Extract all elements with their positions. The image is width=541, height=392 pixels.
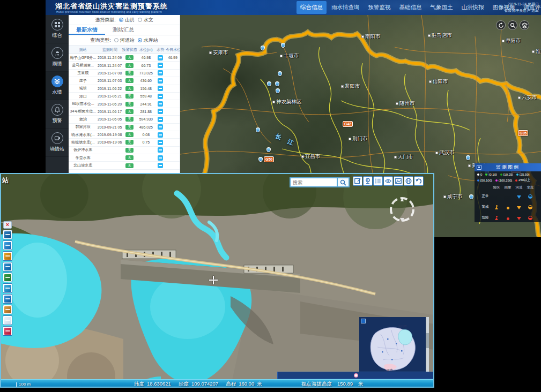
table-row[interactable]: 响水滩水库(...2019-09-19 08无0.08 [69, 131, 180, 139]
undo-button[interactable] [414, 176, 424, 186]
longitude-label: 经度 [179, 381, 189, 388]
sidebar-item-5[interactable]: 墒情站 [46, 129, 69, 157]
trend-steady-icon [158, 163, 163, 168]
table-row[interactable]: 学堂水库无 [69, 154, 180, 162]
type-filter-option-1[interactable]: 山洪 [119, 17, 135, 24]
nav-tab-1[interactable]: 综合信息 [297, 1, 327, 14]
legend-row-label: 危险 [480, 212, 491, 223]
city-marker-icon [272, 101, 275, 103]
query-filter-option-1[interactable]: 河道站 [114, 37, 135, 44]
minimap-scrollbar[interactable] [426, 317, 429, 376]
panel-tab-1[interactable]: 最新水情 [69, 25, 105, 35]
rain-scale-item: 250以上 [515, 178, 530, 183]
cell-station: 梅子山GPS分... [69, 55, 98, 61]
waves-tool[interactable] [3, 262, 12, 272]
splash-tool[interactable] [3, 283, 12, 293]
legend-collapse-icon[interactable] [477, 165, 481, 170]
table-row[interactable]: 34号断面水位...2019-11-06 17无281.88 [69, 108, 180, 116]
table-row[interactable]: 玉皇观2019-11-07 08无773.025 [69, 70, 180, 77]
close-icon[interactable]: × [3, 221, 12, 229]
annotate-button[interactable] [353, 176, 362, 186]
cell-today: 46.99 [166, 56, 180, 59]
type-filter-option-2[interactable]: 水文 [138, 17, 153, 24]
snapshot-button[interactable] [394, 176, 403, 186]
spiral-tool[interactable] [3, 273, 12, 282]
dam-tool[interactable] [3, 230, 12, 239]
city-label: 十堰市 [280, 52, 299, 59]
nav-tab-4[interactable]: 基础信息 [396, 1, 426, 14]
header-datetime: 2019-11-24 星期日 [504, 1, 539, 7]
overview-minimap[interactable]: 海口市三亚市 [359, 317, 426, 376]
cell-status: 无 [122, 78, 137, 83]
list-button[interactable] [373, 176, 383, 186]
cell-time: 2019-11-06 22 [98, 87, 122, 91]
city-marker-icon [532, 50, 535, 53]
query-filter-radio [138, 38, 142, 42]
layers-button[interactable] [520, 20, 529, 30]
query-filter-option-2[interactable]: 水库站 [138, 37, 158, 44]
chart-tool[interactable] [3, 326, 12, 336]
nav-tab-2[interactable]: 雨水情查询 [328, 1, 364, 14]
cell-status: 无 [122, 86, 137, 91]
gate-tool[interactable] [3, 315, 12, 325]
eye-icon [384, 177, 392, 185]
vortex-tool[interactable] [3, 251, 12, 261]
alert-icon [51, 104, 63, 116]
globe-button[interactable] [404, 176, 413, 186]
table-row[interactable]: 潭口2019-11-06 21无559.48 [69, 93, 180, 100]
status-badge: 无 [125, 148, 134, 153]
refresh-button[interactable] [496, 20, 506, 30]
flood-tool[interactable] [3, 294, 12, 304]
viewer-corner-label: 站 [2, 176, 9, 185]
cell-station: 郭家河坝 [69, 124, 98, 130]
table-row[interactable]: 96坝前水位...2019-11-06 20无244.91 [69, 100, 180, 108]
table-row[interactable]: 北山坡水库无 [69, 162, 180, 169]
table-row[interactable]: 敦治2019-11-06 05无594.930 [69, 116, 180, 123]
table-row[interactable]: 梅子山GPS分...2019-11-24 09无46.9846.99 [69, 54, 180, 62]
city-name: 随州市 [399, 100, 415, 107]
camera-button[interactable] [363, 176, 373, 186]
sidebar-item-2[interactable]: 雨情 [46, 43, 69, 72]
cell-station: 北山坡水库 [69, 163, 98, 168]
table-row[interactable]: 蛤蟆塘水库(...2019-09-19 06无0.75 [69, 139, 180, 146]
city-name: 咸宁市 [447, 193, 463, 200]
search-button[interactable] [337, 177, 350, 187]
table-row[interactable]: 庄子2019-11-07 03无436.60 [69, 77, 180, 85]
nav-tab-3[interactable]: 预警监视 [365, 1, 395, 14]
rain-scale-item: [50,100] [477, 179, 492, 182]
sidebar-item-4[interactable]: 预警 [46, 100, 69, 129]
minimap-corner-icon[interactable] [361, 319, 366, 323]
rain-scale-label: (0,10] [488, 173, 496, 176]
table-row[interactable]: 郭家河坝2019-09-21 05无486.025 [69, 124, 180, 131]
cell-trend [155, 78, 166, 84]
legend-symbol-half [528, 194, 532, 199]
drop-tool[interactable] [3, 240, 12, 250]
eye-button[interactable] [383, 176, 393, 186]
rain-scale-label: [10,25] [503, 173, 513, 176]
search-button[interactable] [508, 20, 517, 30]
trend-steady-icon [158, 55, 163, 61]
city-name: 荆门市 [352, 135, 368, 142]
sidebar-item-1[interactable]: 综合 [46, 15, 69, 43]
cell-station: 蛤蟆塘水库(... [69, 140, 98, 145]
table-row[interactable]: 城坝2019-11-06 22无156.48 [69, 85, 180, 93]
compass[interactable] [387, 194, 417, 224]
table-row[interactable]: 蓝马桥测量...2019-11-24 07无66.73 [69, 62, 180, 69]
elevation-value: 160.00 [239, 381, 254, 388]
cell-status: 无 [122, 148, 137, 153]
nav-tab-5[interactable]: 气象国土 [427, 1, 457, 14]
rain-scale-item: [10,25] [500, 173, 513, 176]
sidebar-item-3[interactable]: 水情 [46, 72, 69, 100]
panel-tab-2[interactable]: 测站汇总 [105, 25, 142, 35]
table-row[interactable]: 铁炉冲水库无 [69, 147, 180, 154]
logout-link[interactable]: 退出 [531, 9, 539, 12]
status-badge: 无 [125, 94, 134, 99]
cell-status: 无 [122, 102, 137, 107]
trend-steady-icon [158, 124, 163, 130]
status-badge: 无 [125, 140, 134, 145]
spiral-tool-icon [4, 274, 11, 281]
terrain-tool[interactable] [3, 305, 12, 314]
nav-tab-6[interactable]: 山洪快报 [458, 1, 488, 14]
city-label: 六安市 [518, 94, 537, 101]
search-input[interactable] [290, 177, 337, 187]
